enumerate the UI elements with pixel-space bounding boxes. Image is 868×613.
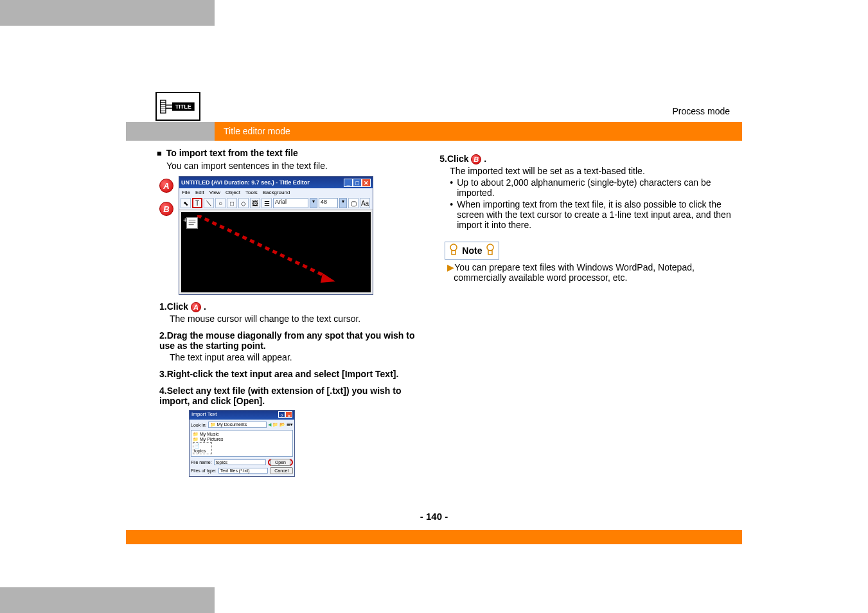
- lookin-label: Look in:: [191, 423, 207, 427]
- punct: .: [204, 301, 206, 312]
- bullet-icon: •: [450, 199, 453, 230]
- step2-label: 2.Drag the mouse diagonally from any spo…: [159, 330, 421, 351]
- rect-tool-icon[interactable]: □: [227, 198, 237, 208]
- image-tool-icon[interactable]: 🖼: [250, 198, 260, 208]
- minimize-icon[interactable]: _: [344, 179, 353, 187]
- label-a-icon: A: [159, 179, 173, 193]
- viewmenu-icon[interactable]: ☰▾: [287, 422, 293, 427]
- title-editor-window: UNTITLED (AVI Duration: 9.7 sec.) - Titl…: [179, 176, 373, 295]
- svg-marker-14: [321, 273, 335, 283]
- svg-rect-18: [488, 251, 492, 254]
- title-clip-icon: TITLE: [155, 92, 200, 121]
- text-tool-icon[interactable]: T: [192, 198, 202, 208]
- circle-tool-icon[interactable]: ○: [215, 198, 226, 208]
- svg-rect-16: [452, 251, 456, 254]
- step5-body: The imported text will be set as a text-…: [439, 166, 735, 176]
- up-icon[interactable]: 📁: [272, 422, 278, 427]
- step4-label: 4.Select any text file (with extension o…: [159, 386, 421, 406]
- gray-block-mid: [126, 122, 215, 141]
- label-b-icon: B: [159, 202, 173, 216]
- filetype-select[interactable]: Text files (*.txt): [218, 468, 269, 474]
- close-icon[interactable]: ✕: [285, 411, 292, 418]
- help-icon[interactable]: ?: [278, 411, 285, 418]
- align-tool-icon[interactable]: ☰: [261, 198, 272, 208]
- bullet1: Up to about 2,000 alphanumeric (single-b…: [457, 177, 735, 198]
- style-tool-icon[interactable]: Aa: [360, 198, 370, 208]
- close-icon[interactable]: ✕: [362, 179, 371, 187]
- square-bullet-icon: ■: [157, 148, 162, 158]
- editor-title: UNTITLED (AVI Duration: 9.7 sec.) - Titl…: [181, 179, 310, 186]
- folder-my-pictures[interactable]: 📁 My Pictures: [193, 437, 291, 442]
- menu-background[interactable]: Background: [263, 190, 290, 195]
- page-number: - 140 -: [0, 511, 868, 522]
- font-size-select[interactable]: 48: [319, 198, 338, 208]
- intro-text: You can import sentences in the text fil…: [126, 161, 421, 171]
- step5-label: 5.Click: [439, 154, 468, 164]
- note-label: Note: [459, 245, 484, 256]
- shape-tool-icon[interactable]: ◇: [238, 198, 249, 208]
- editor-menu: File Edit View Object Tools Background: [179, 188, 373, 197]
- note-box: Note: [445, 242, 499, 260]
- step-4: 4.Select any text file (with extension o…: [126, 386, 421, 406]
- selected-file[interactable]: 📄 topics: [193, 442, 212, 454]
- process-mode-label: Process mode: [673, 106, 730, 116]
- maximize-icon[interactable]: □: [353, 179, 362, 187]
- file-list[interactable]: 📁 My Music 📁 My Pictures 📄 topics: [191, 430, 293, 457]
- file-dialog-title: Import Text: [191, 411, 217, 419]
- file-dialog-titlebar: Import Text ? ✕: [190, 411, 294, 420]
- step-5: 5.Click B . The imported text will be se…: [439, 154, 735, 230]
- menu-view[interactable]: View: [209, 190, 220, 195]
- editor-titlebar: UNTITLED (AVI Duration: 9.7 sec.) - Titl…: [179, 177, 373, 188]
- note-icon-right: [484, 244, 496, 258]
- editor-toolbar: ⬉ T ＼ ○ □ ◇ 🖼 ☰ Arial ▾ 48 ▾ ▢ Aa: [179, 197, 373, 210]
- arrow-icon: ▶: [447, 262, 454, 272]
- note-body: You can prepare text files with Windows …: [454, 262, 695, 283]
- cancel-button[interactable]: Cancel: [270, 467, 293, 474]
- badge-a-inline-icon: A: [191, 302, 201, 312]
- step-1: 1.Click A . The mouse cursor will change…: [126, 301, 421, 324]
- lookin-value[interactable]: 📁 My Documents: [208, 422, 267, 428]
- step1-label: 1.Click: [159, 301, 188, 312]
- filetype-label: Files of type:: [191, 468, 217, 473]
- menu-object[interactable]: Object: [226, 190, 240, 195]
- heading-text: To import text from the text file: [166, 148, 298, 158]
- text-object-icon: [186, 217, 198, 229]
- svg-point-15: [450, 244, 457, 251]
- menu-file[interactable]: File: [182, 190, 190, 195]
- newfolder-icon[interactable]: 📂: [279, 422, 285, 427]
- drag-arrow-icon: [197, 215, 364, 286]
- section-heading: ■ To import text from the text file: [126, 148, 421, 158]
- menu-edit[interactable]: Edit: [195, 190, 204, 195]
- file-dialog: Import Text ? ✕ Look in: 📁 My Documents …: [189, 410, 295, 477]
- font-select[interactable]: Arial: [273, 198, 308, 208]
- svg-point-17: [487, 244, 493, 251]
- step3-label: 3.Right-click the text input area and se…: [159, 369, 421, 379]
- footer-orange-bar: [126, 530, 742, 544]
- svg-line-13: [197, 215, 326, 276]
- pointer-tool-icon[interactable]: ⬉: [181, 198, 191, 208]
- step-3: 3.Right-click the text input area and se…: [126, 369, 421, 379]
- svg-text:TITLE: TITLE: [175, 103, 191, 110]
- open-button[interactable]: Open: [270, 459, 290, 466]
- dropdown-icon[interactable]: ▾: [339, 198, 347, 208]
- gray-block-bottom: [0, 587, 215, 613]
- note-text: ▶You can prepare text files with Windows…: [445, 262, 735, 283]
- bullet-icon: •: [450, 177, 453, 198]
- step-2: 2.Drag the mouse diagonally from any spo…: [126, 330, 421, 362]
- editor-canvas[interactable]: +: [181, 212, 371, 292]
- section-mode-title: Title editor mode: [215, 122, 299, 141]
- punct: .: [484, 154, 486, 164]
- color-tool-icon[interactable]: ▢: [348, 198, 359, 208]
- dropdown-icon[interactable]: ▾: [310, 198, 317, 208]
- header-bar: Title editor mode: [126, 122, 742, 141]
- filename-label: File name:: [191, 460, 212, 465]
- badge-b-inline-icon: B: [471, 154, 481, 164]
- line-tool-icon[interactable]: ＼: [204, 198, 214, 208]
- step1-body: The mouse cursor will change to the text…: [159, 314, 421, 324]
- filename-input[interactable]: topics: [214, 459, 266, 465]
- step2-body: The text input area will appear.: [159, 352, 421, 362]
- menu-tools[interactable]: Tools: [245, 190, 258, 195]
- back-icon[interactable]: ◀: [268, 422, 271, 427]
- note-icon-left: [448, 244, 459, 258]
- bullet2: When importing text from the text file, …: [457, 199, 735, 230]
